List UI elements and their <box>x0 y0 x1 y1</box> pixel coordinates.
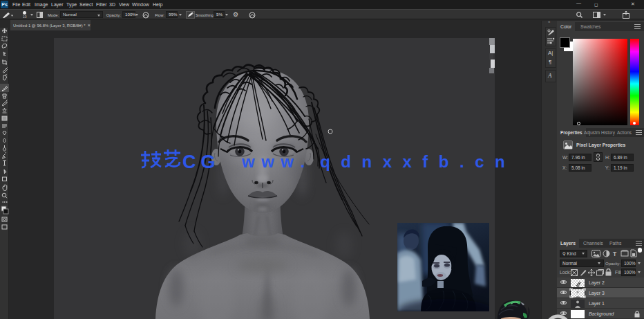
svg-text:CG: CG <box>182 152 220 172</box>
svg-text:www.qdnxxfb.cn: www.qdnxxfb.cn <box>241 152 515 171</box>
